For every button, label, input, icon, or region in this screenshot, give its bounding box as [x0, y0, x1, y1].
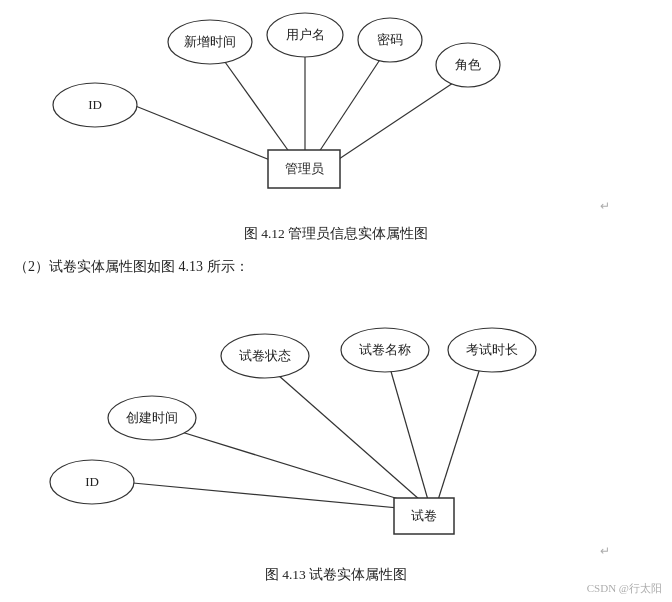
caption-diagram1: 图 4.12 管理员信息实体属性图	[0, 225, 672, 243]
svg-line-17	[438, 368, 480, 500]
diagrams-svg: ID 新增时间 用户名 密码 角色 管理员 ↵ ↵ ID	[0, 0, 672, 602]
d1-entity: 管理员	[285, 161, 324, 176]
svg-line-4	[330, 75, 465, 165]
section-label-2: （2）试卷实体属性图如图 4.13 所示：	[14, 258, 249, 276]
caption-diagram2: 图 4.13 试卷实体属性图	[0, 566, 672, 584]
d2-entity: 试卷	[411, 508, 437, 523]
d2-attr-zt: 试卷状态	[239, 348, 291, 363]
d2-attr-sc: 考试时长	[466, 342, 518, 357]
svg-line-15	[278, 375, 420, 500]
svg-text:↵: ↵	[600, 199, 610, 213]
svg-text:↵: ↵	[600, 544, 610, 558]
page-container: ID 新增时间 用户名 密码 角色 管理员 ↵ ↵ ID	[0, 0, 672, 602]
svg-line-13	[133, 483, 420, 510]
d2-attr-cjsj: 创建时间	[126, 410, 178, 425]
watermark: CSDN @行太阳	[587, 581, 662, 596]
d1-attr-js: 角色	[455, 57, 481, 72]
d1-attr-yhn: 用户名	[286, 27, 325, 42]
d2-attr-id: ID	[85, 474, 99, 489]
svg-line-14	[175, 430, 418, 505]
d1-attr-xzsj: 新增时间	[184, 34, 236, 49]
svg-line-3	[315, 52, 385, 158]
svg-line-16	[390, 368, 428, 500]
d1-attr-mm: 密码	[377, 32, 403, 47]
d2-attr-mc: 试卷名称	[359, 342, 411, 357]
d1-attr-id: ID	[88, 97, 102, 112]
